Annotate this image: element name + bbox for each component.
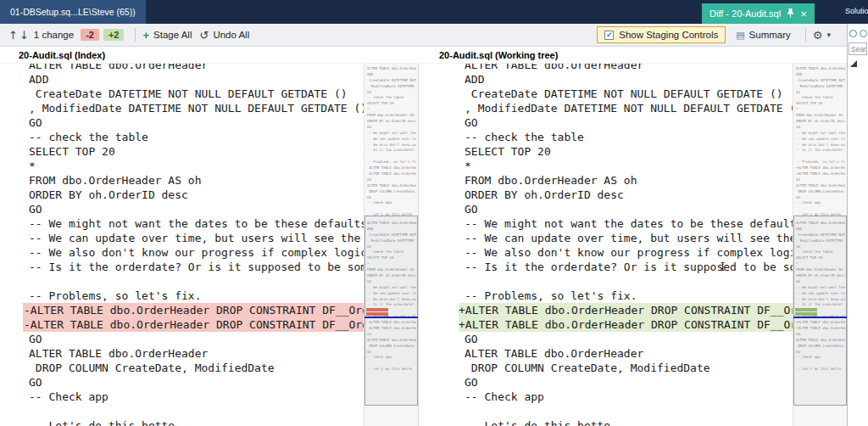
minimap-line: ALTER TABLE dbo.OrderHeader [796, 183, 845, 189]
code-line[interactable] [23, 404, 364, 418]
code-line[interactable]: GO [23, 202, 364, 216]
code-line[interactable]: -- We can update over time, but users wi… [23, 231, 364, 245]
code-line[interactable]: DROP COLUMN CreateDate, ModifiedDate [23, 361, 364, 375]
minimap-line: +ALTER TABLE dbo.OrderHeader DROP CONSTR… [796, 165, 845, 171]
code-line[interactable]: ORDER BY oh.OrderID desc [23, 188, 364, 202]
minimap-line [367, 206, 416, 212]
code-line[interactable]: ALTER TABLE dbo.OrderHeader [459, 64, 793, 72]
code-line[interactable]: -- check the table [23, 130, 364, 144]
minimap-line: -- check the table [796, 95, 845, 101]
search-input[interactable]: Search [849, 42, 867, 55]
code-line[interactable]: GO [23, 115, 364, 130]
summary-button[interactable]: ▤ Summary [736, 30, 791, 41]
minimap-line: GO [367, 90, 416, 96]
code-line[interactable]: FROM dbo.OrderHeader AS oh [459, 173, 793, 188]
code-line[interactable]: GO [459, 202, 793, 216]
minimap-scrollbar[interactable]: ALTER TABLE dbo.OrderHeaderADD CreateDat… [364, 64, 418, 426]
minimap-line: CreateDate DATETIME NOT NULL DEFAULT GET… [796, 78, 845, 84]
code-line[interactable]: -- We can update over time, but users wi… [459, 231, 793, 245]
code-line[interactable]: -ALTER TABLE dbo.OrderHeader DROP CONSTR… [23, 303, 364, 317]
code-line[interactable]: ADD [23, 72, 364, 87]
code-line[interactable]: SELECT TOP 20 [23, 144, 364, 159]
minimap-scrollbar[interactable]: ALTER TABLE dbo.OrderHeaderADD CreateDat… [793, 64, 847, 426]
code-line[interactable]: , ModifiedDate DATETIME NOT NULL DEFAULT… [23, 101, 364, 115]
tree-expander-icon[interactable] [850, 60, 857, 67]
code-line[interactable]: -- We also don't know our progress if co… [459, 245, 793, 260]
settings-gear-button[interactable]: ⚙ ▾ [813, 29, 831, 42]
code-line[interactable]: * [23, 159, 364, 173]
code-line[interactable]: -- Is it the orderdate? Or is it suppose… [459, 260, 793, 274]
minimap-line: * [796, 107, 845, 113]
code-line[interactable]: GO [23, 332, 364, 346]
minimap-content: ALTER TABLE dbo.OrderHeaderADD CreateDat… [367, 66, 416, 219]
code-line[interactable]: ALTER TABLE dbo.OrderHeader [23, 346, 364, 361]
code-line[interactable]: -- Let's do this bette [23, 418, 364, 426]
minimap-line: -- We can update over time, but users wi… [796, 137, 845, 143]
code-line[interactable]: -- Check app [459, 390, 793, 404]
code-line[interactable]: -- check the table [459, 130, 793, 144]
minimap-line: -- Problems, so let's fix. [796, 160, 845, 165]
code-line[interactable]: CreateDate DATETIME NOT NULL DEFAULT GET… [23, 87, 364, 101]
code-line[interactable]: -- Is it the orderdate? Or is it suppose… [23, 260, 364, 274]
code-line[interactable]: GO [459, 115, 793, 130]
code-line[interactable]: GO [459, 375, 793, 390]
previous-change-button[interactable]: ↑ [8, 29, 18, 42]
minimap-line: -- check the table [367, 95, 416, 101]
undo-all-button[interactable]: ↺ Undo All [199, 29, 249, 42]
code-line[interactable]: -- We also don't know our progress if co… [23, 245, 364, 260]
code-line[interactable]: +ALTER TABLE dbo.OrderHeader DROP CONSTR… [459, 303, 793, 317]
nav-circle-icon[interactable] [860, 30, 867, 37]
code-line[interactable]: GO [459, 332, 793, 346]
code-line[interactable]: +ALTER TABLE dbo.OrderHeader DROP CONSTR… [459, 317, 793, 332]
code-line[interactable]: ALTER TABLE dbo.OrderHeader [459, 346, 793, 361]
code-line[interactable]: -ALTER TABLE dbo.OrderHeader DROP CONSTR… [23, 317, 364, 332]
code-editor-index[interactable]: ALTER TABLE dbo.OrderHeaderADD CreateDat… [0, 64, 364, 426]
code-line[interactable]: ALTER TABLE dbo.OrderHeader [23, 64, 364, 72]
code-line[interactable] [459, 274, 793, 289]
tab-label: Diff - 20-Audit.sql [709, 8, 781, 19]
minimap-line: -- Check app [796, 200, 845, 206]
code-line[interactable]: -- Problems, so let's fix. [23, 289, 364, 303]
code-line[interactable]: -- Let's do this bette [459, 418, 793, 426]
minimap-line: ADD [796, 72, 845, 78]
close-icon[interactable]: × [800, 8, 807, 20]
code-line[interactable]: SELECT TOP 20 [459, 144, 793, 159]
code-line[interactable]: , ModifiedDate DATETIME NOT NULL DEFAULT… [459, 101, 793, 115]
undo-icon: ↺ [199, 29, 209, 42]
code-line[interactable]: -- We might not want the dates to be the… [23, 216, 364, 231]
pin-icon[interactable] [787, 8, 794, 20]
stage-all-button[interactable]: + Stage All [142, 29, 192, 42]
next-change-button[interactable]: ↓ [19, 29, 29, 42]
minimap-line: CreateDate DATETIME NOT NULL DEFAULT GET… [367, 78, 416, 84]
solution-explorer-panel: Search [847, 24, 868, 426]
minimap-line: ORDER BY oh.OrderID desc [367, 119, 416, 125]
changes-count-label: 1 change [34, 30, 74, 40]
minimap-line: -- We also don't know our progress if co… [367, 143, 416, 149]
code-line[interactable]: GO [23, 375, 364, 390]
pane-divider[interactable] [419, 64, 426, 426]
code-line[interactable]: CreateDate DATETIME NOT NULL DEFAULT GET… [459, 87, 793, 101]
code-line[interactable] [23, 274, 364, 289]
nav-circle-icon[interactable] [849, 30, 857, 37]
removed-lines-badge: -2 [81, 29, 99, 41]
diff-pane-working-tree: ALTER TABLE dbo.OrderHeaderADD CreateDat… [426, 64, 847, 426]
tab-diff-20-audit[interactable]: Diff - 20-Audit.sql × [702, 3, 815, 24]
minimap-line: GO [367, 195, 416, 201]
minimap-line: -- We also don't know our progress if co… [796, 143, 845, 149]
minimap-line: GO [796, 195, 845, 201]
show-staging-controls-toggle[interactable]: ✓ Show Staging Controls [597, 26, 726, 43]
code-editor-working-tree[interactable]: ALTER TABLE dbo.OrderHeaderADD CreateDat… [426, 64, 793, 426]
code-line[interactable]: FROM dbo.OrderHeader AS oh [23, 173, 364, 188]
code-line[interactable] [459, 404, 793, 418]
code-line[interactable]: ORDER BY oh.OrderID desc [459, 188, 793, 202]
code-line[interactable]: ADD [459, 72, 793, 87]
code-line[interactable]: * [459, 159, 793, 173]
code-line[interactable]: DROP COLUMN CreateDate, ModifiedDate [459, 361, 793, 375]
window-title-tab[interactable]: 01-DBSetup.sq...LE\Steve (65)) [0, 0, 146, 24]
code-line[interactable]: -- Check app [23, 390, 364, 404]
diff-area: ALTER TABLE dbo.OrderHeaderADD CreateDat… [0, 64, 847, 426]
minimap-line: -- Is it the orderdate? Or is it suppose… [796, 148, 845, 154]
code-line[interactable]: -- Problems, so let's fix. [459, 289, 793, 303]
code-line[interactable]: -- We might not want the dates to be the… [459, 216, 793, 231]
minimap-line: -- Is it the orderdate? Or is it suppose… [367, 148, 416, 154]
